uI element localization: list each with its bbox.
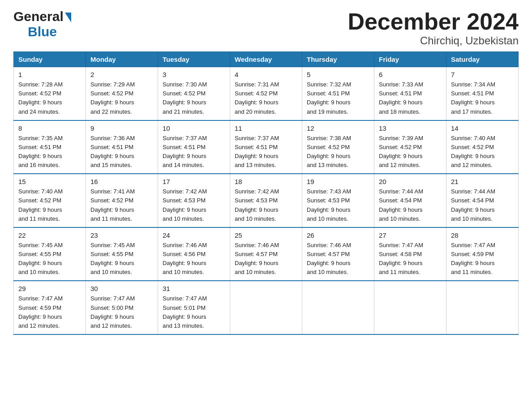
day-number: 10 <box>163 124 225 132</box>
day-number: 1 <box>18 71 81 78</box>
day-number: 24 <box>163 231 225 239</box>
col-monday: Monday <box>86 52 158 67</box>
calendar-header-row: Sunday Monday Tuesday Wednesday Thursday… <box>14 52 519 67</box>
table-row: 22 Sunrise: 7:45 AM Sunset: 4:55 PM Dayl… <box>14 227 86 281</box>
day-info: Sunrise: 7:46 AM Sunset: 4:56 PM Dayligh… <box>163 241 225 277</box>
day-number: 12 <box>307 124 369 132</box>
day-info: Sunrise: 7:44 AM Sunset: 4:54 PM Dayligh… <box>451 187 514 223</box>
table-row: 15 Sunrise: 7:40 AM Sunset: 4:52 PM Dayl… <box>14 174 86 227</box>
table-row: 24 Sunrise: 7:46 AM Sunset: 4:56 PM Dayl… <box>158 227 230 281</box>
table-row: 13 Sunrise: 7:39 AM Sunset: 4:52 PM Dayl… <box>374 120 446 174</box>
day-number: 4 <box>235 71 297 78</box>
day-number: 17 <box>163 178 225 185</box>
day-info: Sunrise: 7:40 AM Sunset: 4:52 PM Dayligh… <box>18 187 81 223</box>
day-info: Sunrise: 7:29 AM Sunset: 4:52 PM Dayligh… <box>90 80 153 116</box>
day-number: 9 <box>90 124 153 132</box>
day-number: 18 <box>235 178 297 185</box>
table-row: 26 Sunrise: 7:46 AM Sunset: 4:57 PM Dayl… <box>302 227 374 281</box>
day-number: 2 <box>90 71 153 78</box>
day-info: Sunrise: 7:44 AM Sunset: 4:54 PM Dayligh… <box>379 187 442 223</box>
day-number: 19 <box>307 178 369 185</box>
table-row: 18 Sunrise: 7:42 AM Sunset: 4:53 PM Dayl… <box>230 174 302 227</box>
table-row: 21 Sunrise: 7:44 AM Sunset: 4:54 PM Dayl… <box>446 174 519 227</box>
logo-triangle-icon <box>65 13 71 22</box>
day-number: 6 <box>379 71 442 78</box>
day-number: 14 <box>451 124 514 132</box>
col-wednesday: Wednesday <box>230 52 302 67</box>
day-info: Sunrise: 7:47 AM Sunset: 5:01 PM Dayligh… <box>163 294 225 330</box>
calendar-week-row: 29 Sunrise: 7:47 AM Sunset: 4:59 PM Dayl… <box>14 281 519 334</box>
day-info: Sunrise: 7:34 AM Sunset: 4:51 PM Dayligh… <box>451 80 514 116</box>
day-number: 28 <box>451 231 514 239</box>
day-info: Sunrise: 7:40 AM Sunset: 4:52 PM Dayligh… <box>451 134 514 170</box>
day-number: 3 <box>163 71 225 78</box>
table-row: 4 Sunrise: 7:31 AM Sunset: 4:52 PM Dayli… <box>230 67 302 120</box>
table-row: 31 Sunrise: 7:47 AM Sunset: 5:01 PM Dayl… <box>158 281 230 334</box>
table-row: 6 Sunrise: 7:33 AM Sunset: 4:51 PM Dayli… <box>374 67 446 120</box>
col-tuesday: Tuesday <box>158 52 230 67</box>
col-friday: Friday <box>374 52 446 67</box>
table-row: 27 Sunrise: 7:47 AM Sunset: 4:58 PM Dayl… <box>374 227 446 281</box>
logo-blue-text: Blue <box>28 24 57 39</box>
table-row: 8 Sunrise: 7:35 AM Sunset: 4:51 PM Dayli… <box>14 120 86 174</box>
day-number: 25 <box>235 231 297 239</box>
table-row: 3 Sunrise: 7:30 AM Sunset: 4:52 PM Dayli… <box>158 67 230 120</box>
day-number: 15 <box>18 178 81 185</box>
day-number: 8 <box>18 124 81 132</box>
day-info: Sunrise: 7:31 AM Sunset: 4:52 PM Dayligh… <box>235 80 297 116</box>
col-saturday: Saturday <box>446 52 519 67</box>
day-info: Sunrise: 7:32 AM Sunset: 4:51 PM Dayligh… <box>307 80 369 116</box>
day-info: Sunrise: 7:46 AM Sunset: 4:57 PM Dayligh… <box>235 241 297 277</box>
day-number: 26 <box>307 231 369 239</box>
table-row <box>230 281 302 334</box>
day-info: Sunrise: 7:38 AM Sunset: 4:52 PM Dayligh… <box>307 134 369 170</box>
col-sunday: Sunday <box>14 52 86 67</box>
day-info: Sunrise: 7:43 AM Sunset: 4:53 PM Dayligh… <box>307 187 369 223</box>
day-info: Sunrise: 7:46 AM Sunset: 4:57 PM Dayligh… <box>307 241 369 277</box>
day-info: Sunrise: 7:39 AM Sunset: 4:52 PM Dayligh… <box>379 134 442 170</box>
table-row: 1 Sunrise: 7:28 AM Sunset: 4:52 PM Dayli… <box>14 67 86 120</box>
day-info: Sunrise: 7:36 AM Sunset: 4:51 PM Dayligh… <box>90 134 153 170</box>
day-info: Sunrise: 7:47 AM Sunset: 4:59 PM Dayligh… <box>18 294 81 330</box>
table-row: 23 Sunrise: 7:45 AM Sunset: 4:55 PM Dayl… <box>86 227 158 281</box>
table-row: 2 Sunrise: 7:29 AM Sunset: 4:52 PM Dayli… <box>86 67 158 120</box>
table-row: 30 Sunrise: 7:47 AM Sunset: 5:00 PM Dayl… <box>86 281 158 334</box>
day-info: Sunrise: 7:47 AM Sunset: 4:59 PM Dayligh… <box>451 241 514 277</box>
logo-general-text: General <box>13 9 64 24</box>
calendar-week-row: 8 Sunrise: 7:35 AM Sunset: 4:51 PM Dayli… <box>14 120 519 174</box>
day-number: 30 <box>90 285 153 292</box>
day-number: 7 <box>451 71 514 78</box>
day-info: Sunrise: 7:37 AM Sunset: 4:51 PM Dayligh… <box>163 134 225 170</box>
day-info: Sunrise: 7:30 AM Sunset: 4:52 PM Dayligh… <box>163 80 225 116</box>
table-row <box>302 281 374 334</box>
title-section: December 2024 Chirchiq, Uzbekistan <box>348 9 519 47</box>
table-row <box>446 281 519 334</box>
day-number: 20 <box>379 178 442 185</box>
day-number: 21 <box>451 178 514 185</box>
calendar-title: December 2024 <box>348 9 519 34</box>
day-number: 22 <box>18 231 81 239</box>
day-info: Sunrise: 7:37 AM Sunset: 4:51 PM Dayligh… <box>235 134 297 170</box>
day-info: Sunrise: 7:47 AM Sunset: 5:00 PM Dayligh… <box>90 294 153 330</box>
table-row: 12 Sunrise: 7:38 AM Sunset: 4:52 PM Dayl… <box>302 120 374 174</box>
table-row: 11 Sunrise: 7:37 AM Sunset: 4:51 PM Dayl… <box>230 120 302 174</box>
table-row: 19 Sunrise: 7:43 AM Sunset: 4:53 PM Dayl… <box>302 174 374 227</box>
day-info: Sunrise: 7:42 AM Sunset: 4:53 PM Dayligh… <box>163 187 225 223</box>
calendar-week-row: 15 Sunrise: 7:40 AM Sunset: 4:52 PM Dayl… <box>14 174 519 227</box>
table-row: 20 Sunrise: 7:44 AM Sunset: 4:54 PM Dayl… <box>374 174 446 227</box>
table-row <box>374 281 446 334</box>
calendar-week-row: 22 Sunrise: 7:45 AM Sunset: 4:55 PM Dayl… <box>14 227 519 281</box>
day-number: 16 <box>90 178 153 185</box>
logo: General Blue <box>13 9 71 39</box>
table-row: 7 Sunrise: 7:34 AM Sunset: 4:51 PM Dayli… <box>446 67 519 120</box>
day-number: 27 <box>379 231 442 239</box>
calendar-table: Sunday Monday Tuesday Wednesday Thursday… <box>13 51 519 335</box>
day-info: Sunrise: 7:41 AM Sunset: 4:52 PM Dayligh… <box>90 187 153 223</box>
table-row: 10 Sunrise: 7:37 AM Sunset: 4:51 PM Dayl… <box>158 120 230 174</box>
table-row: 29 Sunrise: 7:47 AM Sunset: 4:59 PM Dayl… <box>14 281 86 334</box>
day-number: 29 <box>18 285 81 292</box>
table-row: 17 Sunrise: 7:42 AM Sunset: 4:53 PM Dayl… <box>158 174 230 227</box>
col-thursday: Thursday <box>302 52 374 67</box>
table-row: 25 Sunrise: 7:46 AM Sunset: 4:57 PM Dayl… <box>230 227 302 281</box>
day-info: Sunrise: 7:42 AM Sunset: 4:53 PM Dayligh… <box>235 187 297 223</box>
